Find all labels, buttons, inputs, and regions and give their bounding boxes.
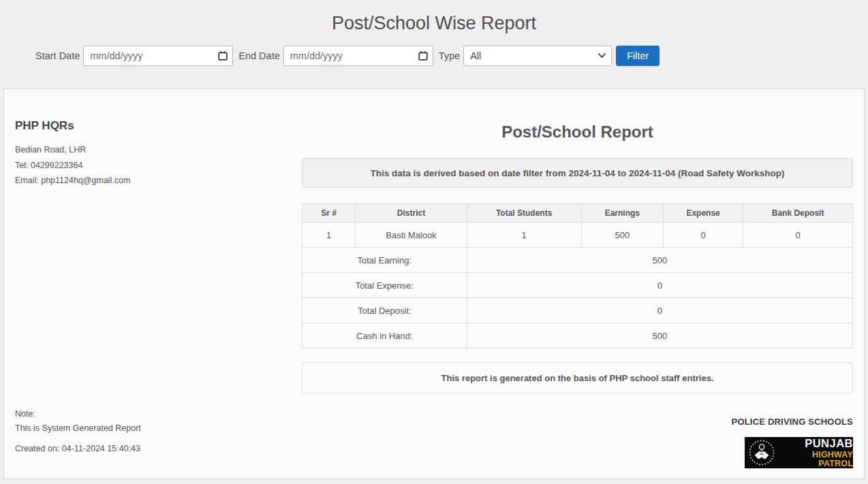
report-card: PHP HQRs Bedian Road, LHR Tel: 042992233… <box>3 88 865 479</box>
report-table-wrap: Sr # District Total Students Earnings Ex… <box>302 204 853 349</box>
cell-expense: 0 <box>664 223 743 248</box>
org-info: PHP HQRs Bedian Road, LHR Tel: 042992233… <box>15 119 131 192</box>
cell-district: Basti Malook <box>356 223 467 248</box>
report-heading: Post/School Report <box>302 123 853 142</box>
cell-sr: 1 <box>303 223 356 248</box>
cash-in-hand-value: 500 <box>467 323 852 349</box>
org-address: Bedian Road, LHR <box>15 146 131 155</box>
type-label: Type <box>439 50 460 61</box>
table-row: 1 Basti Malook 1 500 0 0 <box>303 223 853 248</box>
note-text: This is System Generated Report <box>15 424 141 433</box>
date-filter-banner: This data is derived based on date filte… <box>302 158 853 188</box>
start-date-label: Start Date <box>35 50 80 61</box>
police-driving-schools-text: POLICE DRIVING SCHOOLS <box>732 417 853 427</box>
total-deposit-row: Total Deposit: 0 <box>303 298 853 323</box>
end-date-input[interactable] <box>283 46 433 66</box>
total-deposit-value: 0 <box>467 298 852 323</box>
col-header-earnings: Earnings <box>581 204 663 223</box>
org-tel: Tel: 04299223364 <box>15 161 131 170</box>
handshake-emblem-icon <box>748 439 775 466</box>
start-date-input[interactable] <box>83 46 233 66</box>
col-header-district: District <box>356 204 467 223</box>
filter-button[interactable]: Filter <box>616 46 660 66</box>
type-select-wrap: All <box>463 46 612 66</box>
note-block: Note: This is System Generated Report Cr… <box>15 410 141 453</box>
total-expense-label: Total Expense: <box>303 273 467 298</box>
col-header-sr: Sr # <box>303 204 356 223</box>
created-on-text: Created on: 04-11-2024 15:40:43 <box>15 445 141 453</box>
col-header-total-students: Total Students <box>467 204 581 223</box>
total-earning-label: Total Earning: <box>303 248 467 273</box>
cell-bank-deposit: 0 <box>743 223 853 248</box>
cell-total-students: 1 <box>467 223 581 248</box>
total-deposit-label: Total Deposit: <box>303 298 467 323</box>
punjab-highway-patrol-logo: PUNJAB HIGHWAY PATROL <box>745 437 853 468</box>
type-select[interactable]: All <box>463 46 612 66</box>
cash-in-hand-row: Cash in Hand: 500 <box>303 323 853 349</box>
total-earning-value: 500 <box>467 248 852 273</box>
cell-earnings: 500 <box>581 223 663 248</box>
filter-bar: Start Date End Date Type All Filter <box>35 46 868 66</box>
total-expense-row: Total Expense: 0 <box>303 273 853 298</box>
report-footer-banner: This report is generated on the basis of… <box>302 362 853 393</box>
note-label: Note: <box>15 410 141 419</box>
logo-subtitle: HIGHWAY PATROL <box>779 451 853 468</box>
table-header-row: Sr # District Total Students Earnings Ex… <box>303 204 853 223</box>
end-date-label: End Date <box>238 50 279 61</box>
logo-text: PUNJAB HIGHWAY PATROL <box>779 438 853 468</box>
branding-block: POLICE DRIVING SCHOOLS PUNJAB HIGHWAY PA… <box>732 417 853 469</box>
start-date-wrap <box>83 46 233 66</box>
total-earning-row: Total Earning: 500 <box>303 248 853 273</box>
org-email: Email: php1124hq@gmail.com <box>15 176 131 185</box>
page-title: Post/School Wise Report <box>0 0 868 33</box>
logo-title: PUNJAB <box>779 438 853 449</box>
end-date-wrap <box>283 46 433 66</box>
org-name: PHP HQRs <box>15 119 131 133</box>
col-header-bank-deposit: Bank Deposit <box>743 204 853 223</box>
report-table: Sr # District Total Students Earnings Ex… <box>302 204 853 349</box>
col-header-expense: Expense <box>664 204 743 223</box>
total-expense-value: 0 <box>467 273 852 298</box>
cash-in-hand-label: Cash in Hand: <box>303 323 467 349</box>
